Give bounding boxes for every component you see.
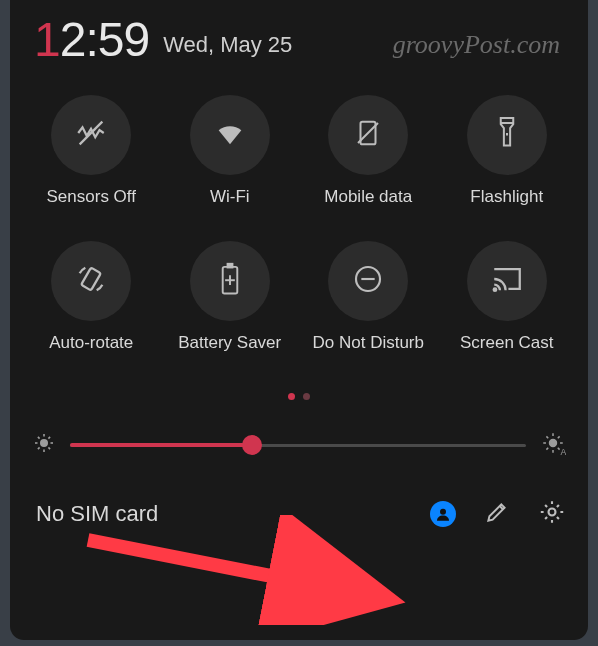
page-indicator[interactable] (10, 393, 588, 400)
settings-button[interactable] (538, 498, 566, 530)
svg-point-32 (440, 509, 446, 515)
slider-track-fill (70, 443, 252, 447)
svg-point-34 (549, 509, 556, 516)
tile-do-not-disturb[interactable]: Do Not Disturb (299, 241, 438, 353)
tile-auto-rotate[interactable]: Auto-rotate (22, 241, 161, 353)
do-not-disturb-icon (352, 263, 384, 299)
tile-button[interactable] (51, 95, 131, 175)
tile-battery-saver[interactable]: Battery Saver (161, 241, 300, 353)
svg-line-18 (38, 437, 40, 439)
tile-button[interactable] (190, 241, 270, 321)
clock-rest: 2:59 (60, 13, 149, 66)
auto-rotate-icon (74, 262, 108, 300)
tile-screen-cast[interactable]: Screen Cast (438, 241, 577, 353)
svg-point-13 (41, 440, 47, 446)
tile-label: Flashlight (470, 187, 543, 207)
gear-icon (538, 498, 566, 530)
tile-mobile-data[interactable]: Mobile data (299, 95, 438, 207)
svg-line-28 (558, 448, 560, 450)
tile-button[interactable] (51, 241, 131, 321)
svg-point-22 (550, 440, 557, 447)
quick-settings-panel: 12:59 Wed, May 25 groovyPost.com Sensors… (10, 0, 588, 640)
tile-button[interactable] (328, 95, 408, 175)
tile-flashlight[interactable]: Flashlight (438, 95, 577, 207)
tile-wifi[interactable]: Wi-Fi (161, 95, 300, 207)
tile-button[interactable] (190, 95, 270, 175)
tile-label: Mobile data (324, 187, 412, 207)
edit-button[interactable] (484, 499, 510, 529)
slider-thumb[interactable] (242, 435, 262, 455)
brightness-row: A (10, 430, 588, 460)
page-dot-active (288, 393, 295, 400)
tile-label: Sensors Off (47, 187, 136, 207)
svg-line-20 (38, 447, 40, 449)
svg-point-12 (493, 288, 496, 291)
svg-line-27 (546, 436, 548, 438)
tile-label: Auto-rotate (49, 333, 133, 353)
svg-line-30 (558, 436, 560, 438)
clock: 12:59 (34, 12, 149, 67)
flashlight-icon (492, 115, 522, 155)
user-button[interactable] (430, 501, 456, 527)
brightness-auto-icon[interactable]: A (540, 430, 566, 460)
mobile-data-off-icon (353, 118, 383, 152)
svg-rect-7 (227, 264, 232, 268)
tile-label: Battery Saver (178, 333, 281, 353)
tile-label: Do Not Disturb (313, 333, 424, 353)
brightness-slider[interactable] (70, 435, 526, 455)
tile-label: Screen Cast (460, 333, 554, 353)
svg-line-29 (546, 448, 548, 450)
svg-rect-5 (81, 268, 101, 291)
svg-line-19 (48, 447, 50, 449)
date-label: Wed, May 25 (163, 32, 292, 58)
tile-button[interactable] (328, 241, 408, 321)
pencil-icon (484, 499, 510, 529)
tiles-grid: Sensors Off Wi-Fi Mobile data (10, 71, 588, 353)
page-dot (303, 393, 310, 400)
tile-button[interactable] (467, 95, 547, 175)
bottom-row: No SIM card (10, 498, 588, 530)
tile-sensors-off[interactable]: Sensors Off (22, 95, 161, 207)
tile-button[interactable] (467, 241, 547, 321)
svg-line-21 (48, 437, 50, 439)
battery-saver-icon (217, 262, 243, 300)
sensors-off-icon (74, 116, 108, 154)
screen-cast-icon (490, 264, 524, 298)
watermark-text: groovyPost.com (393, 30, 560, 60)
clock-hour-accent: 1 (34, 13, 60, 66)
tile-label: Wi-Fi (210, 187, 250, 207)
user-icon (430, 501, 456, 527)
brightness-low-icon (32, 431, 56, 459)
sim-status: No SIM card (36, 501, 402, 527)
wifi-icon (213, 116, 247, 154)
svg-text:A: A (561, 447, 566, 456)
